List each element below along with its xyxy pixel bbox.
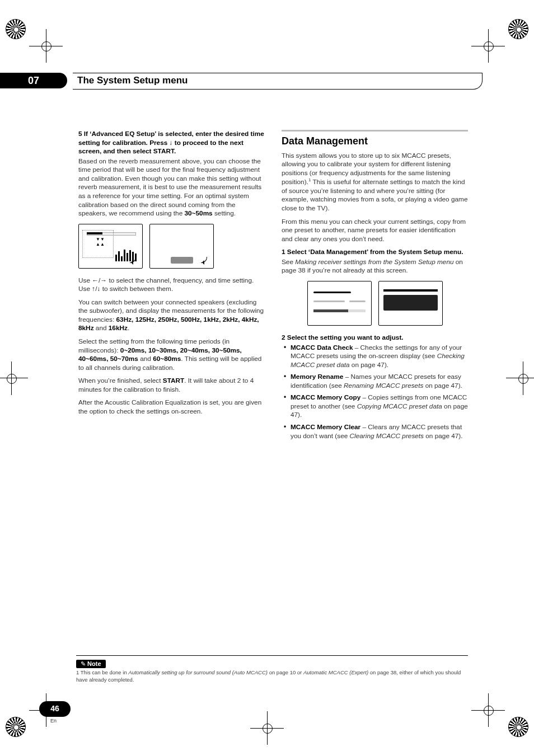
page: 07 The System Setup menu 5 If ‘Advanced … <box>0 0 534 756</box>
footnote-text: 1 This can be done in Automatically sett… <box>76 669 468 683</box>
emphasis: 16kHz <box>109 324 128 332</box>
screenshot-thumbnail <box>307 281 372 326</box>
screenshot-thumbnail <box>149 224 214 269</box>
step-5-heading: 5 If ‘Advanced EQ Setup’ is selected, en… <box>78 130 265 156</box>
emphasis: START <box>163 377 184 384</box>
chapter-number-badge: 07 <box>0 73 67 88</box>
option-name: Memory Rename <box>291 373 343 381</box>
paragraph: Based on the reverb measurement above, y… <box>78 157 265 218</box>
text: to switch between them. <box>100 285 173 293</box>
list-item: MCACC Memory Clear – Clears any MCACC pr… <box>282 423 468 440</box>
page-number-badge: 46 <box>39 701 71 717</box>
registration-crosshair-icon <box>471 693 505 727</box>
registration-disc-icon <box>508 717 528 737</box>
text: This is useful for alternate settings to… <box>282 178 467 212</box>
arrow-left-icon: ← <box>92 276 99 284</box>
page-language: En <box>50 718 57 724</box>
paragraph: After the Acoustic Calibration Equalizat… <box>78 398 265 416</box>
note-label: Note <box>76 660 106 668</box>
return-icon <box>130 257 138 265</box>
text: and <box>138 355 153 363</box>
list-item: Memory Rename – Names your MCACC presets… <box>282 373 468 390</box>
paragraph: From this menu you can check your curren… <box>282 218 468 244</box>
step-1-heading: 1 Select ‘Data Management’ from the Syst… <box>282 248 468 257</box>
paragraph: Use ←/→ to select the channel, frequency… <box>78 276 265 294</box>
registration-disc-icon <box>508 19 528 39</box>
paragraph: This system allows you to store up to si… <box>282 152 468 213</box>
paragraph: When you’re finished, select START. It w… <box>78 377 265 394</box>
text: on page 47). <box>424 432 463 440</box>
footnote-rule <box>76 655 468 656</box>
text: on page 47). <box>423 382 462 389</box>
screenshot-thumbnail <box>378 281 443 326</box>
footnote-area: Note 1 This can be done in Automatically… <box>76 655 468 683</box>
left-column: 5 If ‘Advanced EQ Setup’ is selected, en… <box>78 130 265 446</box>
registration-crosshair-icon <box>471 29 505 63</box>
step-2-heading: 2 Select the setting you want to adjust. <box>282 334 468 342</box>
section-rule <box>282 130 468 132</box>
text: Use <box>78 276 92 284</box>
reference: Renaming MCACC presets <box>344 382 423 389</box>
text: 1 This can be done in <box>76 669 128 675</box>
registration-disc-icon <box>6 19 26 39</box>
return-icon <box>430 314 438 322</box>
registration-disc-icon <box>6 717 26 737</box>
option-name: MCACC Memory Copy <box>291 393 360 401</box>
paragraph: Select the setting from the following ti… <box>78 337 265 372</box>
return-icon <box>359 314 367 322</box>
option-name: MCACC Memory Clear <box>291 423 360 431</box>
text: See <box>282 258 295 266</box>
text: and <box>94 324 109 332</box>
text: When you’re finished, select <box>78 377 163 384</box>
text: setting. <box>213 209 236 217</box>
registration-crosshair-icon <box>506 361 534 395</box>
screenshot-thumbnail: ▼▼▲▲ <box>78 224 143 269</box>
list-item: MCACC Memory Copy – Copies settings from… <box>282 393 468 420</box>
reference: Copying MCACC preset data <box>357 402 442 410</box>
options-list: MCACC Data Check – Checks the settings f… <box>282 344 468 441</box>
arrow-right-icon: → <box>100 276 107 284</box>
reference: Automatically setting up for surround so… <box>128 669 268 675</box>
emphasis: 30~50ms <box>185 209 213 217</box>
thumbnail-row: ▼▼▲▲ <box>78 224 265 269</box>
registration-crosshair-icon <box>0 361 28 395</box>
thumbnail-row <box>282 281 468 326</box>
start-button-icon <box>171 257 193 264</box>
registration-crosshair-icon <box>29 29 63 63</box>
emphasis: 60~80ms <box>153 355 181 363</box>
chapter-title: The System Setup menu <box>77 72 188 90</box>
reference: Automatic MCACC (Expert) <box>303 669 368 675</box>
list-item: MCACC Data Check – Checks the settings f… <box>282 344 468 370</box>
text: on page 10 or <box>268 669 303 675</box>
text: . <box>128 324 129 332</box>
right-column: Data Management This system allows you t… <box>282 130 468 446</box>
option-name: MCACC Data Check <box>291 344 353 351</box>
paragraph: You can switch between your connected sp… <box>78 298 265 333</box>
paragraph: See Making receiver settings from the Sy… <box>282 258 468 275</box>
section-title: Data Management <box>282 135 468 148</box>
reference: Making receiver settings from the System… <box>295 258 453 266</box>
return-icon <box>201 257 209 265</box>
arrows-vertical-icon: ▼▼▲▲ <box>96 237 105 247</box>
text: Based on the reverb measurement above, y… <box>78 157 261 217</box>
reference: Clearing MCACC presets <box>350 432 424 440</box>
registration-crosshair-icon <box>250 711 284 745</box>
text: on page 47). <box>350 361 389 369</box>
content-columns: 5 If ‘Advanced EQ Setup’ is selected, en… <box>78 130 468 446</box>
